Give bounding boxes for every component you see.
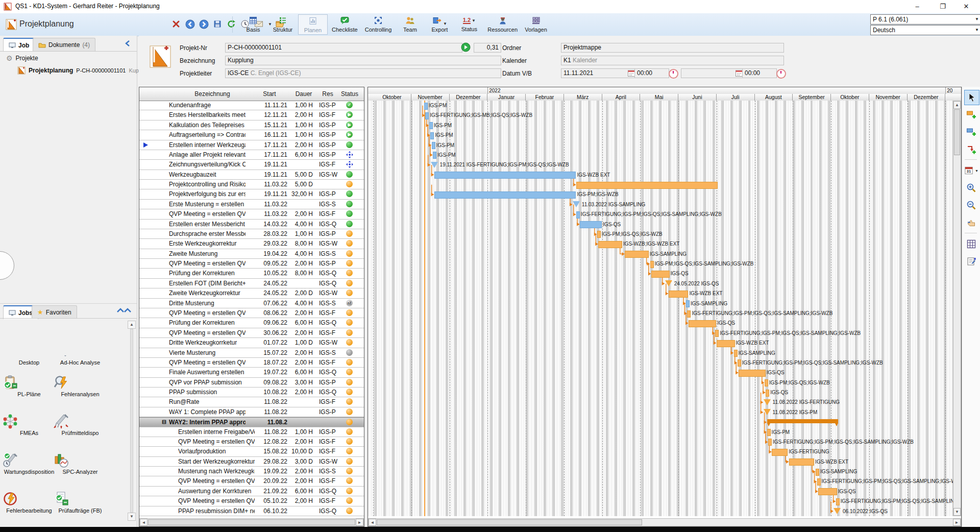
task-row[interactable]: Vierte Musterung15.07.222,00 HIGS-S [139, 348, 364, 358]
column-header-status[interactable]: Status [341, 90, 358, 98]
toolbar-button-checkliste[interactable]: Checkliste [329, 14, 361, 34]
tab-favoriten[interactable]: ★ Favoriten [32, 305, 77, 319]
scroll-down-button[interactable]: ▼ [128, 513, 136, 521]
projekt-nr-input[interactable]: P-CH-00000001101 [225, 43, 462, 53]
grid-view-button[interactable] [964, 237, 978, 251]
gantt-bar[interactable] [424, 103, 428, 110]
task-row[interactable]: Erste Werkzeugkorrektur29.03.228,00 HIGS… [139, 239, 364, 249]
refresh-icon[interactable] [226, 18, 237, 30]
scroll-up-button[interactable]: ▲ [128, 321, 136, 329]
launcher-item-fehlerbearbeitung[interactable]: Fehlerbearbeitung [3, 491, 56, 514]
gantt-bar[interactable] [717, 340, 735, 347]
gantt-bar[interactable] [739, 370, 766, 377]
gantt-bar[interactable] [738, 359, 741, 367]
add-bar-orange-button[interactable] [964, 107, 978, 122]
scroll-down-button[interactable]: ▼ [953, 508, 961, 516]
gantt-bar[interactable] [650, 261, 654, 268]
task-row[interactable]: Projektcontrolling und Risikoabs11.03.22… [139, 180, 364, 189]
launcher-item-spc[interactable]: SPC-Analyzer [54, 452, 107, 475]
chevron-down-icon[interactable]: ▼ [443, 21, 447, 26]
toolbar-button-controlling[interactable]: Controlling [362, 14, 395, 34]
column-header-bezeichnung[interactable]: Bezeichnung [194, 90, 230, 98]
zeit-bis-input[interactable]: 00:00 [742, 68, 777, 78]
tab-dokumente[interactable]: Dokumente (4) [33, 38, 95, 51]
task-row[interactable]: Run@Rate11.08.22IGS-F [139, 397, 364, 407]
gantt-bar[interactable] [429, 122, 433, 129]
calendar-icon[interactable] [628, 70, 635, 77]
edit-note-button[interactable] [964, 254, 978, 269]
gantt-bar[interactable] [768, 439, 772, 446]
launcher-item-desktop[interactable]: Desktop [3, 355, 56, 366]
task-row[interactable]: PPAP submission10.08.222,00 HIGS-Q [139, 388, 364, 397]
task-row[interactable]: QVP Meeting = erstellen QVP12.08.222,00 … [139, 437, 364, 447]
scroll-up-button[interactable]: ▲ [953, 101, 961, 109]
scroll-right-button[interactable]: ► [356, 519, 363, 526]
gantt-bar[interactable] [432, 142, 435, 149]
datum-von-input[interactable]: 11.11.2021 [561, 68, 636, 78]
scroll-thumb[interactable] [377, 519, 642, 525]
gantt-milestone[interactable] [431, 162, 438, 168]
gantt-milestone[interactable] [834, 508, 841, 514]
ordner-input[interactable]: Projektmappe [561, 43, 784, 53]
collapse-panel-icon[interactable] [116, 307, 132, 313]
task-row[interactable]: Durchsprache erster Messberich28.03.221,… [139, 229, 364, 239]
language-select[interactable]: Deutsch▼ [870, 25, 980, 35]
gantt-bar[interactable] [669, 291, 689, 298]
launcher-item-fmeas[interactable]: FMEAs [3, 414, 56, 436]
task-row[interactable]: WAY 1: Complete PPAP approval11.08.22IGS… [139, 407, 364, 417]
collapse-expander-icon[interactable]: ⊟ [162, 419, 166, 425]
task-row[interactable]: Kalkulation des Teilepreises incl.15.11.… [139, 120, 364, 130]
gantt-milestone[interactable] [764, 399, 771, 405]
toolbar-button-planen[interactable]: Planen [298, 14, 328, 35]
toolbar-button-basis[interactable]: Basis [239, 14, 267, 34]
task-row[interactable]: ⊟WAY2: Interim PPAP approv11.08.2 [139, 417, 364, 427]
task-row[interactable]: Erstellen interner Werkzeugauftr17.11.21… [139, 140, 364, 150]
gantt-bar[interactable] [689, 320, 716, 327]
run-button[interactable] [461, 42, 471, 52]
gantt-milestone[interactable] [665, 280, 672, 286]
gantt-bar[interactable] [625, 251, 648, 258]
clock-picker-icon[interactable] [669, 69, 678, 79]
gantt-bar[interactable] [817, 478, 821, 486]
bezeichnung-input[interactable]: Kupplung [225, 56, 501, 65]
add-link-button[interactable] [964, 142, 978, 156]
nav-back-icon[interactable] [184, 18, 195, 30]
close-button[interactable]: ✕ [954, 0, 978, 13]
tree-item-projektplanung[interactable]: Projektplanung P-CH-00000001101 Kuppl... [17, 66, 148, 75]
datum-bis-input[interactable] [681, 68, 744, 78]
task-row[interactable]: Werkzeugbauzeit19.11.215,00 DIGS-W [139, 170, 364, 180]
column-header-res[interactable]: Res [322, 90, 333, 98]
task-row[interactable]: PPAP resubmission DIM+ ne06.10.22IGS-Q [139, 506, 364, 516]
toolbar-button-struktur[interactable]: Struktur [268, 14, 297, 34]
chevron-down-icon[interactable]: ▼ [472, 18, 476, 23]
nav-forward-icon[interactable] [198, 18, 209, 30]
kalender-input[interactable]: K1 Kalender [561, 56, 784, 65]
task-row[interactable]: QVP Meeting = erstellen QVP Pr11.03.222,… [139, 209, 364, 219]
task-row[interactable]: Auswertung der Korrkturen21.09.226,00 HI… [139, 487, 364, 496]
launcher-scrollbar[interactable] [130, 329, 133, 513]
gantt-bar[interactable] [434, 172, 576, 179]
task-row[interactable]: Erstellen interne Freigabe/Ve11.08.221,0… [139, 427, 364, 437]
gantt-bar[interactable] [765, 379, 768, 386]
task-row[interactable]: Kundenanfrage11.11.211,00 HIGS-P✓ [139, 101, 364, 110]
gantt-bar[interactable] [430, 132, 434, 139]
task-row[interactable]: Erste Musterung = erstellen Mu11.03.22IG… [139, 200, 364, 209]
launcher-item-pruefmittel[interactable]: Prüfmitteldispo [54, 414, 107, 436]
task-row[interactable]: Erstes Herstellbarkeits meeting12.11.212… [139, 110, 364, 120]
gantt-bar[interactable] [598, 241, 622, 248]
task-row[interactable]: QVP Meeting = erstellen QVP Pr08.06.222,… [139, 308, 364, 318]
save-icon[interactable] [212, 18, 223, 30]
task-row[interactable]: Projektverfolgung bis zur ersten19.11.21… [139, 189, 364, 199]
task-row[interactable]: Anlage aller Projekt relevanter I17.11.2… [139, 150, 364, 160]
column-header-dauer[interactable]: Dauer [296, 90, 312, 98]
gantt-bar[interactable] [651, 271, 670, 278]
version-select[interactable]: P 6.1 (6.061)▼ [870, 14, 980, 25]
gantt-bar[interactable] [686, 300, 690, 307]
toolbar-button-team[interactable]: Team [396, 14, 424, 34]
tree-item-projekte[interactable]: ⚙ Projekte [6, 54, 38, 62]
gantt-bar[interactable] [597, 231, 601, 238]
minimize-button[interactable]: – [905, 0, 929, 13]
task-row[interactable]: Start der Werkzeugkorrektur29.08.223,00 … [139, 457, 364, 467]
select-cursor-button[interactable] [964, 90, 979, 105]
calendar-icon[interactable] [736, 70, 743, 77]
